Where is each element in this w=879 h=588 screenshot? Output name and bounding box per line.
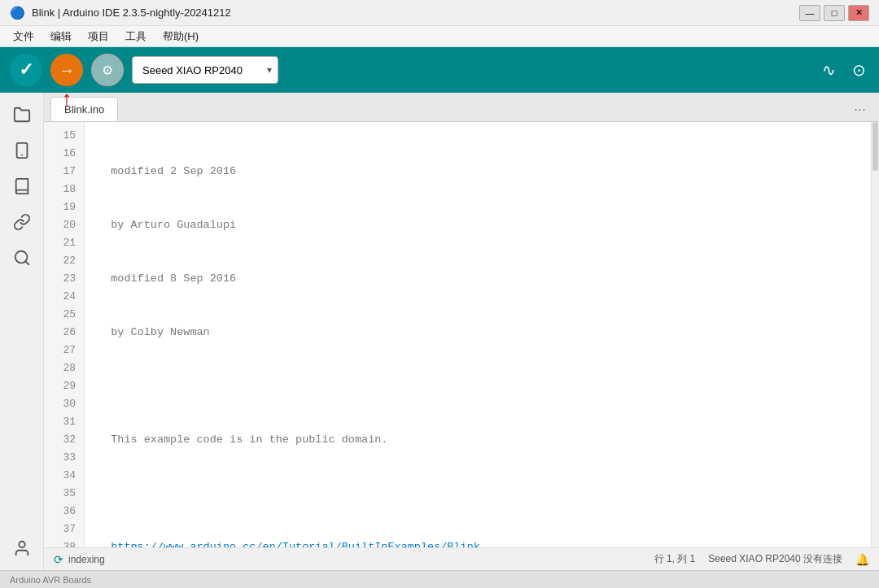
main-area: Blink.ino ··· 15 16 17 18 19 20 21 22 23…	[0, 93, 879, 570]
verify-button[interactable]: ✓	[10, 54, 42, 86]
serial-monitor-button[interactable]: ⊙	[849, 57, 869, 83]
menu-file[interactable]: 文件	[7, 28, 41, 46]
svg-point-4	[19, 542, 24, 547]
code-line-22: https://www.arduino.cc/en/Tutorial/Built…	[98, 538, 871, 547]
status-right: 行 1, 列 1 Seeed XIAO RP2040 没有连接 🔔	[654, 552, 869, 566]
serial-monitor-icon: ⊙	[852, 61, 866, 79]
maximize-button[interactable]: □	[824, 5, 845, 21]
board-selector-wrap: Seeed XIAO RP2040 ▾	[132, 56, 278, 84]
scrollbar-thumb[interactable]	[872, 122, 878, 171]
notification-bell-icon[interactable]: 🔔	[855, 553, 869, 566]
tab-more-button[interactable]: ···	[847, 97, 872, 121]
code-line-19	[98, 377, 871, 395]
close-button[interactable]: ✕	[848, 5, 869, 21]
svg-line-3	[25, 261, 28, 264]
sidebar	[0, 93, 44, 570]
sidebar-item-debug[interactable]	[7, 207, 37, 237]
code-line-21	[98, 485, 871, 503]
code-line-16: by Arturo Guadalupi	[98, 216, 871, 234]
sidebar-item-sketchbook[interactable]	[7, 99, 37, 130]
code-editor[interactable]: 15 16 17 18 19 20 21 22 23 24 25 26 27 2…	[44, 122, 879, 547]
code-line-17: modified 8 Sep 2016	[98, 270, 871, 288]
tab-blink-ino[interactable]: Blink.ino	[50, 97, 118, 121]
code-line-18: by Colby Newman	[98, 324, 871, 342]
serial-plotter-icon: ∿	[822, 61, 836, 79]
status-bar: ⟳ indexing 行 1, 列 1 Seeed XIAO RP2040 没有…	[44, 547, 879, 570]
upload-button[interactable]: →	[50, 54, 83, 86]
serial-plotter-button[interactable]: ∿	[819, 57, 839, 83]
sidebar-item-library[interactable]	[7, 171, 37, 202]
status-left: ⟳ indexing	[54, 553, 105, 566]
cursor-position: 行 1, 列 1	[654, 552, 696, 566]
debugger-icon: ⚙	[102, 63, 113, 78]
editor-area: Blink.ino ··· 15 16 17 18 19 20 21 22 23…	[44, 93, 879, 570]
app-icon: 🔵	[10, 6, 25, 20]
bottom-board-label: Arduino AVR Boards	[10, 575, 91, 585]
board-status: Seeed XIAO RP2040 没有连接	[708, 552, 842, 566]
menu-project[interactable]: 项目	[81, 28, 116, 46]
minimize-button[interactable]: —	[799, 5, 820, 21]
sidebar-item-profile[interactable]	[7, 533, 37, 564]
toolbar: ✓ → ↑ ⚙ Seeed XIAO RP2040 ▾ ∿ ⊙	[0, 47, 879, 93]
tab-label: Blink.ino	[64, 103, 104, 115]
menu-edit[interactable]: 编辑	[44, 28, 78, 46]
verify-icon: ✓	[19, 59, 33, 81]
menu-bar: 文件 编辑 项目 工具 帮助(H)	[0, 26, 879, 47]
indexing-label: indexing	[68, 554, 105, 565]
svg-rect-0	[16, 143, 27, 158]
tab-bar: Blink.ino ···	[44, 93, 879, 122]
code-line-15: modified 2 Sep 2016	[98, 163, 871, 181]
window-controls: — □ ✕	[799, 5, 869, 21]
toolbar-right: ∿ ⊙	[819, 57, 869, 83]
title-bar: 🔵 Blink | Arduino IDE 2.3.5-nightly-2024…	[0, 0, 879, 26]
upload-icon: →	[59, 61, 75, 80]
line-numbers: 15 16 17 18 19 20 21 22 23 24 25 26 27 2…	[44, 122, 85, 547]
window-title: Blink | Arduino IDE 2.3.5-nightly-202412…	[32, 7, 231, 19]
menu-tools[interactable]: 工具	[119, 28, 153, 46]
sidebar-item-search[interactable]	[7, 242, 37, 273]
indexing-spinner-icon: ⟳	[54, 553, 63, 566]
bottom-bar: Arduino AVR Boards	[0, 570, 879, 588]
code-content: modified 2 Sep 2016 by Arturo Guadalupi …	[85, 122, 871, 547]
board-selector[interactable]: Seeed XIAO RP2040	[132, 56, 278, 84]
code-line-20: This example code is in the public domai…	[98, 431, 871, 449]
debugger-button[interactable]: ⚙	[91, 54, 124, 86]
scrollbar[interactable]	[871, 122, 879, 547]
menu-help[interactable]: 帮助(H)	[156, 28, 205, 46]
sidebar-item-boards[interactable]	[7, 135, 37, 166]
